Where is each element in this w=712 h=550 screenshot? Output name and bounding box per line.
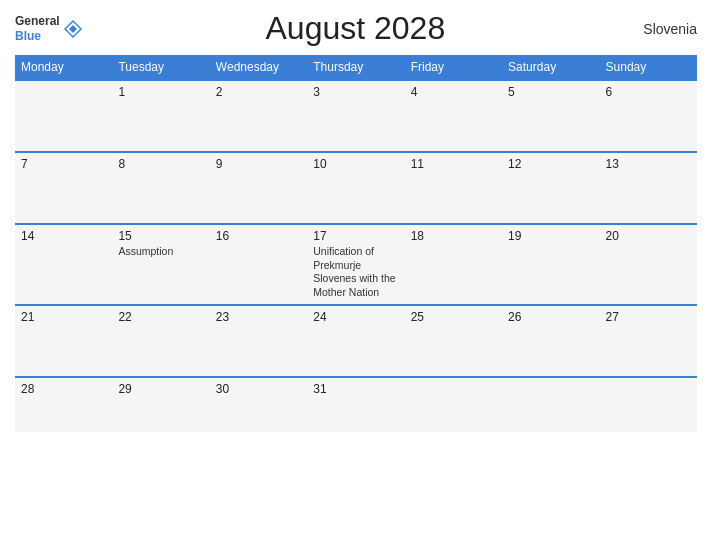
calendar-week-row: 21222324252627: [15, 305, 697, 377]
logo-text: General Blue: [15, 14, 60, 43]
day-number: 2: [216, 85, 301, 99]
calendar-week-row: 78910111213: [15, 152, 697, 224]
day-number: 3: [313, 85, 398, 99]
calendar-cell: 5: [502, 80, 599, 152]
calendar-cell: 17Unification of Prekmurje Slovenes with…: [307, 224, 404, 305]
calendar-cell: [405, 377, 502, 432]
calendar-body: 123456789101112131415Assumption1617Unifi…: [15, 80, 697, 432]
weekday-header-wednesday: Wednesday: [210, 55, 307, 80]
logo-general-text: General: [15, 14, 60, 28]
weekday-header-monday: Monday: [15, 55, 112, 80]
calendar-cell: [600, 377, 697, 432]
calendar-cell: 26: [502, 305, 599, 377]
calendar-cell: 27: [600, 305, 697, 377]
calendar-cell: 16: [210, 224, 307, 305]
day-number: 22: [118, 310, 203, 324]
calendar-cell: 2: [210, 80, 307, 152]
day-number: 19: [508, 229, 593, 243]
day-number: 24: [313, 310, 398, 324]
day-number: 21: [21, 310, 106, 324]
day-number: 18: [411, 229, 496, 243]
calendar-cell: 20: [600, 224, 697, 305]
calendar-cell: 23: [210, 305, 307, 377]
weekday-header-tuesday: Tuesday: [112, 55, 209, 80]
calendar-cell: 31: [307, 377, 404, 432]
day-number: 28: [21, 382, 106, 396]
day-number: 29: [118, 382, 203, 396]
calendar-week-row: 123456: [15, 80, 697, 152]
logo-blue-text: Blue: [15, 29, 41, 43]
calendar-cell: 7: [15, 152, 112, 224]
calendar-cell: 1: [112, 80, 209, 152]
calendar-cell: 12: [502, 152, 599, 224]
calendar-table: MondayTuesdayWednesdayThursdayFridaySatu…: [15, 55, 697, 432]
day-number: 4: [411, 85, 496, 99]
calendar-cell: 24: [307, 305, 404, 377]
day-number: 16: [216, 229, 301, 243]
calendar-cell: 15Assumption: [112, 224, 209, 305]
day-number: 11: [411, 157, 496, 171]
calendar-cell: 11: [405, 152, 502, 224]
weekday-header-thursday: Thursday: [307, 55, 404, 80]
calendar-container: General Blue August 2028 Slovenia Monday…: [0, 0, 712, 550]
day-number: 23: [216, 310, 301, 324]
logo: General Blue: [15, 14, 84, 43]
day-number: 27: [606, 310, 691, 324]
calendar-cell: [15, 80, 112, 152]
calendar-cell: 25: [405, 305, 502, 377]
calendar-week-row: 1415Assumption1617Unification of Prekmur…: [15, 224, 697, 305]
calendar-header: General Blue August 2028 Slovenia: [15, 10, 697, 47]
day-number: 17: [313, 229, 398, 243]
day-number: 13: [606, 157, 691, 171]
weekday-header-sunday: Sunday: [600, 55, 697, 80]
day-number: 31: [313, 382, 398, 396]
day-number: 5: [508, 85, 593, 99]
calendar-cell: 29: [112, 377, 209, 432]
day-number: 10: [313, 157, 398, 171]
calendar-cell: 4: [405, 80, 502, 152]
day-number: 7: [21, 157, 106, 171]
calendar-cell: 6: [600, 80, 697, 152]
calendar-cell: 19: [502, 224, 599, 305]
calendar-week-row: 28293031: [15, 377, 697, 432]
country-name: Slovenia: [627, 21, 697, 37]
day-number: 26: [508, 310, 593, 324]
calendar-cell: 22: [112, 305, 209, 377]
calendar-cell: 21: [15, 305, 112, 377]
calendar-header-row: MondayTuesdayWednesdayThursdayFridaySatu…: [15, 55, 697, 80]
calendar-cell: 30: [210, 377, 307, 432]
logo-flag-icon: [62, 18, 84, 40]
calendar-cell: 28: [15, 377, 112, 432]
day-number: 6: [606, 85, 691, 99]
day-number: 8: [118, 157, 203, 171]
weekday-header-row: MondayTuesdayWednesdayThursdayFridaySatu…: [15, 55, 697, 80]
weekday-header-saturday: Saturday: [502, 55, 599, 80]
day-number: 9: [216, 157, 301, 171]
calendar-cell: [502, 377, 599, 432]
calendar-cell: 14: [15, 224, 112, 305]
calendar-cell: 8: [112, 152, 209, 224]
calendar-cell: 9: [210, 152, 307, 224]
day-number: 14: [21, 229, 106, 243]
event-text: Unification of Prekmurje Slovenes with t…: [313, 245, 398, 300]
event-text: Assumption: [118, 245, 203, 259]
calendar-cell: 13: [600, 152, 697, 224]
calendar-cell: 10: [307, 152, 404, 224]
day-number: 12: [508, 157, 593, 171]
calendar-cell: 18: [405, 224, 502, 305]
calendar-cell: 3: [307, 80, 404, 152]
day-number: 25: [411, 310, 496, 324]
weekday-header-friday: Friday: [405, 55, 502, 80]
day-number: 1: [118, 85, 203, 99]
day-number: 30: [216, 382, 301, 396]
day-number: 20: [606, 229, 691, 243]
calendar-title: August 2028: [84, 10, 627, 47]
day-number: 15: [118, 229, 203, 243]
